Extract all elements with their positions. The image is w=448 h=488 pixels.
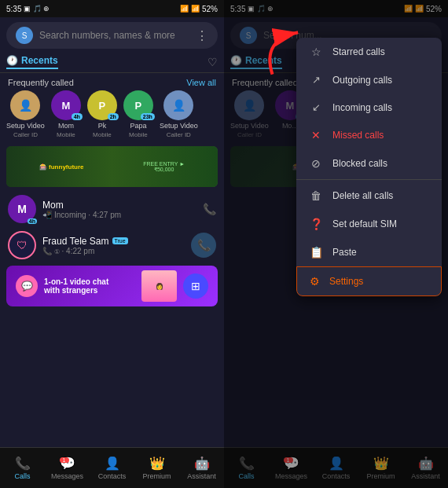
nav-messages[interactable]: 💬 1 Messages: [45, 456, 90, 480]
dropdown-menu: ☆ Starred calls ↗ Outgoing calls ↙ Incom…: [296, 38, 442, 296]
blocked-icon: ⊘: [309, 157, 323, 170]
settings-label: Settings: [329, 276, 363, 287]
tabs: 🕐 Recents ♡: [0, 53, 224, 73]
video-ad[interactable]: 💬 1-on-1 video chat with strangers 👩 ⊞: [6, 266, 218, 306]
dropdown-missed[interactable]: ✕ Missed calls: [296, 121, 442, 149]
premium-icon: 👑: [149, 456, 165, 471]
freq-badge-mom: 4h: [72, 113, 83, 120]
fraud-name: Fraud Tele Sam True: [42, 236, 185, 247]
right-screen: 5:35 ▣ 🎵 ⊕ 📶 📶 52% S Search num... 🕐 Rec…: [224, 0, 448, 488]
dropdown-incoming[interactable]: ↙ Incoming calls: [296, 94, 442, 121]
outgoing-icon: ↗: [309, 74, 323, 86]
missed-label: Missed calls: [332, 130, 384, 141]
paste-label: Paste: [332, 247, 357, 258]
time: 5:35: [6, 5, 21, 13]
section-header: Frequently called View all: [0, 73, 224, 90]
assistant-label: Assistant: [187, 472, 216, 480]
outgoing-label: Outgoing calls: [332, 75, 392, 86]
fraud-true-badge: True: [112, 237, 128, 244]
tab-recents[interactable]: 🕐 Recents: [6, 55, 58, 69]
nav-calls[interactable]: 📞 Calls: [0, 456, 45, 480]
dropdown-paste[interactable]: 📋 Paste: [296, 238, 442, 266]
nav-premium[interactable]: 👑 Premium: [134, 456, 179, 480]
fraud-call-icon: 📞: [42, 247, 52, 255]
dropdown-outgoing[interactable]: ↗ Outgoing calls: [296, 66, 442, 94]
banner-brand: 🎰 funnyfuture: [39, 163, 84, 171]
signal-icon: 📶 📶: [180, 5, 200, 13]
view-all-button[interactable]: View all: [186, 78, 216, 87]
freq-name-setup: Setup Video: [6, 122, 45, 130]
freq-sub-mom: Mobile: [57, 131, 75, 138]
bottom-nav: 📞 Calls 💬 1 Messages 👤 Contacts 👑 Premiu…: [0, 447, 224, 488]
calls-label: Calls: [14, 472, 30, 480]
nav-assistant[interactable]: 🤖 Assistant: [179, 456, 224, 480]
freq-sub-papa: Mobile: [129, 131, 148, 138]
freq-badge-papa: 23h: [141, 113, 155, 120]
dropdown-settings[interactable]: ⚙ Settings: [296, 266, 442, 296]
fraud-item[interactable]: 🛡 Fraud Tele Sam True 📞 ① · 4:22 pm 📞: [0, 228, 224, 262]
incoming-icon: ↙: [309, 101, 323, 113]
messages-icon-wrap: 💬 1: [60, 456, 75, 471]
banner-ad[interactable]: 🎰 funnyfuture FREE ENTRY ►₹50,000: [6, 146, 218, 187]
battery: 52%: [202, 5, 218, 13]
dropdown-delete[interactable]: 🗑 Delete all calls: [296, 182, 442, 210]
freq-item-papa[interactable]: P 23h Papa Mobile: [123, 90, 153, 138]
contacts-label: Contacts: [98, 472, 127, 480]
freq-avatar-setup: 👤: [10, 90, 40, 120]
freq-item-setup[interactable]: 👤 Setup Video Caller ID: [6, 90, 45, 138]
sim-icon: ❓: [309, 218, 323, 230]
call-name-mom: Mom: [42, 200, 196, 211]
recents-label: Recents: [21, 55, 58, 66]
dropdown-sim[interactable]: ❓ Set default SIM: [296, 210, 442, 238]
freq-name-papa: Papa: [130, 122, 146, 130]
freq-item-mom[interactable]: M 4h Mom Mobile: [51, 90, 81, 138]
dropdown-blocked[interactable]: ⊘ Blocked calls: [296, 149, 442, 178]
nav-contacts[interactable]: 👤 Contacts: [90, 456, 134, 480]
banner-text: FREE ENTRY ►₹50,000: [143, 161, 185, 173]
divider-1: [296, 179, 442, 180]
search-bar[interactable]: S Search numbers, names & more ⋮: [6, 22, 218, 49]
shield-icon: 🛡: [17, 239, 28, 251]
more-options-icon[interactable]: ⋮: [196, 28, 208, 43]
call-phone-icon[interactable]: 📞: [203, 203, 216, 215]
sim-label: Set default SIM: [332, 218, 397, 229]
missed-icon: ✕: [309, 129, 323, 141]
incoming-icon: 📲: [42, 211, 52, 219]
blocked-label: Blocked calls: [332, 158, 387, 169]
fraud-call-button[interactable]: 📞: [191, 233, 216, 258]
section-title: Frequently called: [8, 78, 74, 87]
avatar: S: [16, 27, 33, 44]
favorites-icon[interactable]: ♡: [207, 56, 218, 68]
assistant-icon: 🤖: [194, 456, 210, 471]
left-screen: 5:35 ▣ 🎵 ⊕ 📶 📶 52% S Search numbers, nam…: [0, 0, 224, 488]
fraud-info: Fraud Tele Sam True 📞 ① · 4:22 pm: [42, 236, 185, 255]
frequent-list: 👤 Setup Video Caller ID M 4h Mom Mobile …: [0, 90, 224, 143]
status-left: 5:35 ▣ 🎵 ⊕: [6, 5, 50, 13]
call-item-mom[interactable]: M 4h Mom 📲 Incoming · 4:27 pm 📞: [0, 190, 224, 228]
status-bar: 5:35 ▣ 🎵 ⊕ 📶 📶 52%: [0, 0, 224, 17]
freq-item-setup2[interactable]: 👤 Setup Video Caller ID: [160, 90, 198, 138]
delete-label: Delete all calls: [332, 190, 393, 201]
messages-label: Messages: [51, 472, 83, 480]
freq-name-pk: Pk: [98, 122, 107, 130]
video-ad-icon: 💬: [16, 275, 38, 297]
video-ad-image: 👩: [141, 270, 177, 302]
messages-badge: 1: [60, 457, 69, 463]
freq-avatar-papa: P 23h: [123, 90, 153, 120]
calls-icon: 📞: [15, 456, 31, 471]
call-btn-icon: 📞: [197, 239, 211, 251]
freq-item-pk[interactable]: P 2h Pk Mobile: [87, 90, 117, 138]
fraud-sim-icon: ①: [54, 248, 60, 255]
call-detail-mom: 📲 Incoming · 4:27 pm: [42, 211, 196, 219]
call-info-mom: Mom 📲 Incoming · 4:27 pm: [42, 200, 196, 219]
paste-icon: 📋: [309, 246, 323, 259]
incoming-label: Incoming calls: [332, 102, 392, 113]
call-avatar-mom: M 4h: [8, 195, 36, 223]
freq-sub-pk: Mobile: [93, 131, 112, 138]
video-ad-grid-button[interactable]: ⊞: [183, 273, 208, 299]
contacts-icon: 👤: [105, 456, 120, 471]
starred-label: Starred calls: [332, 46, 385, 57]
recents-icon: 🕐: [6, 55, 18, 66]
premium-label: Premium: [142, 472, 171, 480]
freq-name-mom: Mom: [58, 122, 74, 130]
